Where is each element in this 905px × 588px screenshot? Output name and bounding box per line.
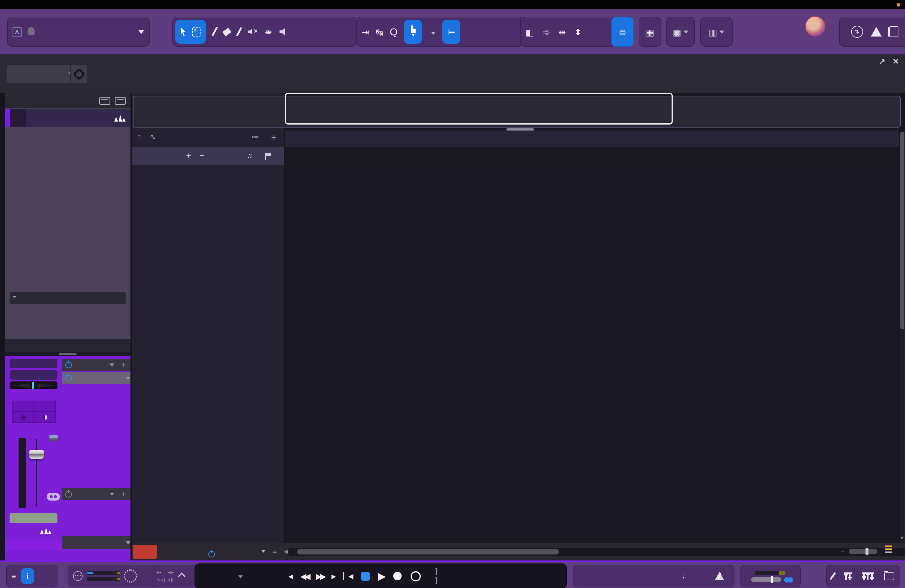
global-mute-button[interactable] [133,545,157,559]
channel-monitor-button[interactable] [33,412,56,423]
global-power-icon[interactable] [208,551,215,558]
wrench-icon[interactable]: ⌐ [136,134,144,139]
monitor-volume-slider[interactable] [751,577,781,582]
forward-button[interactable]: ▶▶ [316,572,324,580]
autoscroll-icon[interactable]: ◧ [526,27,534,36]
notes-field[interactable] [10,292,126,304]
time-display[interactable] [195,572,285,580]
split-tool-icon[interactable] [211,27,218,37]
inserts-header[interactable]: ＋ [62,359,130,371]
zoom-slider[interactable] [849,549,878,554]
follow-edit-icon[interactable]: ➾ [542,27,550,36]
channel-editor-pill[interactable] [47,493,60,501]
track-list-menu-icon[interactable]: ≔ [251,132,259,141]
track-list-options-icon[interactable]: ≡ [273,547,277,555]
mixer-faders-icon[interactable] [862,572,874,580]
time-mode[interactable] [195,572,285,580]
mix-view-icon[interactable]: ⇅ [851,26,863,38]
hscroll-left-icon[interactable]: ◀ [284,548,288,555]
sends-add-icon[interactable]: ＋ [120,489,127,499]
user-avatar[interactable] [805,16,826,37]
stop-button[interactable] [361,572,370,580]
overview-viewport[interactable] [285,93,673,124]
automation-parameter-box[interactable]: A [7,17,150,47]
add-marker-icon[interactable]: ＋ [184,150,193,161]
info-button[interactable]: i [21,568,34,584]
fader-handle[interactable] [29,450,44,459]
automation-curve-icon[interactable]: ∿ [150,132,156,141]
metronome-icon[interactable] [714,572,724,580]
edit-pencil-icon[interactable] [830,572,836,580]
vertical-scroll-handle[interactable] [900,132,904,329]
film-view-button[interactable]: ▦ [639,17,661,47]
automation-mode-button[interactable] [10,513,57,523]
popout-icon[interactable]: ↗ [879,57,885,66]
rewind-button[interactable]: ◀◀ [300,572,308,580]
track-height-button[interactable]: ⊜ [611,17,634,47]
bend-tool-icon[interactable]: ⇻ [265,27,272,36]
tempo-track-icon[interactable]: ♫ [247,151,252,160]
sends-power-icon[interactable] [65,491,72,497]
cue-mix-header[interactable] [62,536,130,549]
record-button[interactable] [394,572,402,580]
timestretch-icon[interactable]: ↹ [376,27,383,36]
channel-output-main[interactable] [10,370,57,380]
pro-eq-power-icon[interactable] [65,375,72,381]
macro-settings-button[interactable] [70,65,87,83]
performance-box[interactable] [68,565,159,587]
channel-record-button[interactable] [12,412,34,423]
insert-slot-pro-eq[interactable] [62,372,130,384]
add-track-icon[interactable]: ＋ [269,132,278,143]
listen-tool-icon[interactable] [279,28,289,36]
remove-marker-icon[interactable]: − [199,150,204,160]
panel-divider-handle[interactable] [5,352,130,356]
channel-solo-button[interactable] [33,400,56,412]
track-levels-icon[interactable] [844,572,852,580]
expand-chevron-icon[interactable] [178,572,186,580]
quantize-value-box[interactable] [429,27,436,36]
inserts-add-icon[interactable]: ＋ [120,359,127,370]
sends-caret[interactable] [110,493,114,496]
grid-view-button[interactable]: ▩ [666,17,695,47]
autopunch-icon[interactable]: ∿◁ [157,577,165,582]
count-in-icon[interactable]: ◁⊦ [168,577,175,582]
browser-folder-icon[interactable] [884,572,894,580]
sends-header[interactable]: ＋ [62,488,130,500]
parameter-dropdown-caret[interactable] [138,30,144,34]
return-to-start-button[interactable]: ▏◀ [343,572,353,580]
arrow-tool[interactable] [175,20,206,44]
timeline-ruler[interactable] [285,130,899,147]
eraser-tool-icon[interactable] [222,27,231,36]
cue-mix-icon[interactable] [784,577,789,582]
audio-bend-icon[interactable]: ⇥ [362,27,369,36]
nudge-forward-button[interactable]: ▶ [331,573,336,579]
paint-tool-icon[interactable] [236,27,242,36]
channel-mute-button[interactable] [12,400,34,412]
loop-range[interactable]: ] ] [433,567,440,585]
inspector-compact-icon[interactable] [99,97,110,105]
nudge-back-button[interactable]: ◀ [289,573,293,579]
channel-input-none[interactable] [10,359,57,368]
vertical-scrollbar[interactable]: ▼ [900,130,905,546]
pan-handle[interactable] [32,382,34,389]
pages-view-icon[interactable] [889,26,898,37]
close-icon[interactable]: ✕ [892,57,899,66]
marker-flag-icon[interactable] [265,153,272,160]
inserts-caret[interactable] [110,363,114,366]
zoom-slider-handle[interactable] [865,548,868,555]
inserts-power-icon[interactable] [65,361,72,368]
track-size-caret[interactable] [261,550,266,553]
snap-button[interactable]: ⊨ [443,20,460,44]
pro-eq-caret[interactable] [126,376,130,379]
hamburger-icon[interactable]: ≡ [11,572,16,580]
vertical-zoom-icon[interactable]: ⬍ [574,27,582,36]
horizontal-scroll-handle[interactable] [297,549,559,555]
inspector-split-icon[interactable] [115,97,126,105]
macro-quantize-button[interactable]: ▙▼ [404,20,422,44]
loop-button[interactable] [411,571,421,581]
mute-tool-icon[interactable] [248,28,257,36]
marker-lane[interactable] [285,147,899,166]
horizontal-scrollbar[interactable] [289,548,905,556]
tempo-setting[interactable]: ♩ [682,572,689,580]
metronome-settings-icon[interactable]: ▪⊪ [168,570,175,575]
